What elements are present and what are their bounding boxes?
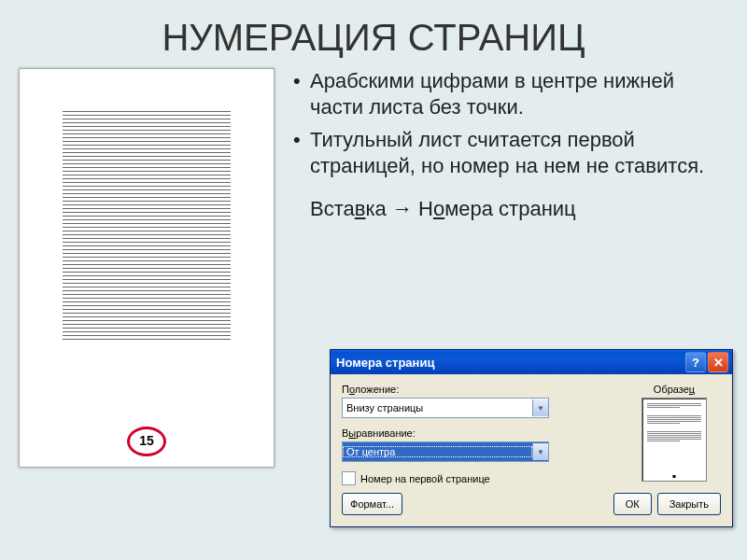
bullet-list: Арабскими цифрами в центре нижней части …: [293, 68, 728, 178]
help-icon[interactable]: ?: [685, 352, 706, 372]
highlight-circle: [127, 427, 166, 456]
page-numbers-dialog: Номера страниц ? ✕ Положение: Внизу стра…: [330, 349, 733, 527]
menu-path: Вставка → Номера страниц: [293, 197, 728, 221]
bullet-item: Арабскими цифрами в центре нижней части …: [310, 68, 728, 119]
bullet-item: Титульный лист считается первой странице…: [310, 127, 728, 178]
ok-button[interactable]: ОК: [613, 493, 652, 515]
sample-label: Образец: [627, 384, 721, 395]
alignment-label: Выравнивание:: [342, 427, 627, 439]
cancel-button[interactable]: Закрыть: [657, 493, 721, 515]
chevron-down-icon[interactable]: ▼: [532, 443, 548, 460]
slide-title: НУМЕРАЦИЯ СТРАНИЦ: [0, 0, 747, 59]
checkbox-label: Номер на первой странице: [360, 473, 490, 484]
dialog-title: Номера страниц: [336, 356, 684, 370]
first-page-checkbox[interactable]: [342, 471, 356, 485]
page-sample-illustration: 15: [19, 68, 275, 468]
close-icon[interactable]: ✕: [708, 352, 728, 372]
format-button[interactable]: Формат...: [342, 493, 402, 515]
chevron-down-icon[interactable]: ▼: [532, 399, 548, 416]
alignment-select[interactable]: От центра ▼: [342, 441, 549, 462]
position-select[interactable]: Внизу страницы ▼: [342, 398, 549, 418]
dialog-titlebar[interactable]: Номера страниц ? ✕: [331, 350, 732, 374]
position-label: Положение:: [342, 384, 627, 395]
preview-thumbnail: [641, 398, 707, 482]
